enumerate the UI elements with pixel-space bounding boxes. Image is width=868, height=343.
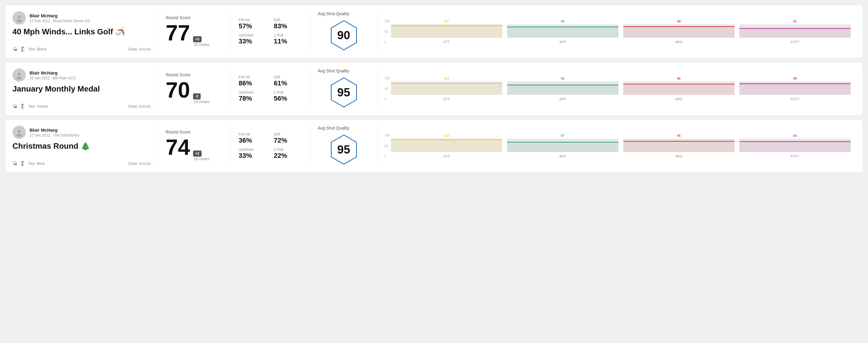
round-card-round2: Blair McHarg 29 Jan 2022 · Mill Ride GCC… — [5, 62, 863, 116]
bag-icon: 🏌 — [20, 161, 26, 166]
updown-value: 33% — [239, 152, 268, 160]
quality-section: Avg Shot Quality 95 — [310, 68, 377, 109]
user-name: Blair McHarg — [30, 70, 76, 75]
left-section: Blair McHarg 27 Dec 2021 · The Oxfordshi… — [12, 126, 158, 166]
weather-icon: 🌤 — [12, 161, 17, 166]
chart-section: 100500 101 OTT 86 APP 96 ARG 99 — [377, 68, 856, 109]
score-badge: +5 — [193, 36, 202, 42]
updown-stat: Up/Down 78% — [239, 90, 268, 102]
quality-label: Avg Shot Quality — [318, 11, 349, 16]
tee-label: Tee: Black — [28, 47, 46, 52]
big-score: 74 — [166, 136, 190, 158]
big-score: 77 — [166, 22, 190, 44]
tee-info: 🌤 🏌 Tee: Blue — [12, 161, 45, 166]
fw-hit-value: 36% — [239, 136, 268, 145]
gir-stat: GIR 83% — [274, 18, 303, 30]
one-putt-label: 1 Putt — [274, 148, 303, 152]
user-details: Blair McHarg 29 Jan 2022 · Mill Ride GCC — [30, 70, 76, 80]
round-score-label: Round Score — [166, 129, 224, 134]
bag-icon: 🏌 — [20, 103, 26, 109]
quality-label: Avg Shot Quality — [318, 68, 349, 73]
footer-info: 🌤 🏌 Tee: Black Data: Arccos — [12, 46, 151, 52]
left-section: Blair McHarg 12 Feb 2022 · Royal North D… — [12, 11, 158, 52]
quality-label: Avg Shot Quality — [318, 126, 349, 130]
user-name: Blair McHarg — [30, 13, 90, 18]
gir-value: 61% — [274, 80, 303, 87]
one-putt-value: 11% — [274, 37, 303, 45]
stats-grid: FW Hit 57% GIR 83% Up/Down 33% 1 Putt 11… — [239, 18, 303, 45]
round-title: January Monthly Medal — [12, 84, 151, 94]
user-info: Blair McHarg 29 Jan 2022 · Mill Ride GCC — [12, 68, 151, 82]
stats-section: FW Hit 36% GIR 72% Up/Down 33% 1 Putt 22… — [231, 126, 310, 166]
svg-point-4 — [17, 76, 22, 80]
chart-section: 100500 107 OTT 95 APP 98 ARG 82 — [377, 11, 856, 52]
fw-hit-value: 57% — [239, 22, 268, 30]
stats-grid: FW Hit 86% GIR 61% Up/Down 78% 1 Putt 56… — [239, 75, 303, 102]
rounds-list: Blair McHarg 12 Feb 2022 · Royal North D… — [5, 5, 863, 173]
score-section: Round Score 70 -2 18 Holes — [158, 68, 231, 109]
bag-icon: 🏌 — [20, 46, 26, 52]
score-badge: -2 — [193, 93, 201, 99]
one-putt-label: 1 Putt — [274, 33, 303, 37]
user-details: Blair McHarg 27 Dec 2021 · The Oxfordshi… — [30, 127, 79, 137]
updown-label: Up/Down — [239, 90, 268, 95]
svg-point-1 — [17, 20, 22, 22]
score-section: Round Score 77 +5 18 Holes — [158, 11, 231, 52]
data-source: Data: Arccos — [128, 104, 151, 108]
avatar — [12, 68, 26, 82]
score-details: -2 18 Holes — [193, 93, 209, 104]
round-score-label: Round Score — [166, 15, 224, 20]
stats-grid: FW Hit 36% GIR 72% Up/Down 33% 1 Putt 22… — [239, 132, 303, 160]
fw-hit-value: 86% — [239, 80, 268, 87]
fw-hit-stat: FW Hit 86% — [239, 75, 268, 87]
svg-point-3 — [18, 73, 21, 76]
fw-hit-label: FW Hit — [239, 132, 268, 136]
one-putt-value: 56% — [274, 95, 303, 102]
hexagon: 95 — [329, 133, 359, 166]
quality-section: Avg Shot Quality 90 — [310, 11, 377, 52]
fw-hit-label: FW Hit — [239, 75, 268, 80]
fw-hit-stat: FW Hit 36% — [239, 132, 268, 145]
holes-label: 18 Holes — [194, 157, 209, 161]
tee-label: Tee: Blue — [28, 161, 45, 166]
one-putt-stat: 1 Putt 56% — [274, 90, 303, 102]
updown-label: Up/Down — [239, 33, 268, 37]
updown-value: 78% — [239, 95, 268, 102]
score-details: +5 18 Holes — [193, 36, 209, 47]
user-meta: 27 Dec 2021 · The Oxfordshire — [30, 133, 79, 137]
hexagon: 95 — [329, 76, 359, 109]
round-title: 40 Mph Winds... Links Golf 🪃 — [12, 27, 151, 36]
gir-label: GIR — [274, 132, 303, 136]
score-row: 77 +5 18 Holes — [166, 22, 224, 47]
tee-info: 🌤 🏌 Tee: Yellow — [12, 103, 48, 109]
tee-info: 🌤 🏌 Tee: Black — [12, 46, 46, 52]
quality-score: 95 — [337, 143, 350, 156]
gir-value: 72% — [274, 136, 303, 145]
holes-label: 18 Holes — [194, 42, 209, 47]
gir-stat: GIR 61% — [274, 75, 303, 87]
quality-score: 90 — [337, 29, 350, 42]
footer-info: 🌤 🏌 Tee: Yellow Data: Arccos — [12, 103, 151, 109]
chart-section: 100500 110 OTT 87 APP 95 ARG 93 — [377, 126, 856, 166]
quality-section: Avg Shot Quality 95 — [310, 126, 377, 166]
score-row: 74 +2 18 Holes — [166, 136, 224, 161]
footer-info: 🌤 🏌 Tee: Blue Data: Arccos — [12, 161, 151, 166]
weather-icon: 🌤 — [12, 104, 17, 109]
hexagon: 90 — [329, 19, 359, 52]
holes-label: 18 Holes — [194, 99, 209, 104]
user-meta: 12 Feb 2022 · Royal North Devon GC — [30, 19, 90, 23]
user-info: Blair McHarg 12 Feb 2022 · Royal North D… — [12, 11, 151, 25]
one-putt-label: 1 Putt — [274, 90, 303, 95]
avatar — [12, 126, 26, 139]
updown-stat: Up/Down 33% — [239, 33, 268, 45]
data-source: Data: Arccos — [128, 161, 151, 166]
gir-label: GIR — [274, 18, 303, 22]
updown-label: Up/Down — [239, 148, 268, 152]
one-putt-stat: 1 Putt 11% — [274, 33, 303, 45]
round-card-round3: Blair McHarg 27 Dec 2021 · The Oxfordshi… — [5, 119, 863, 173]
updown-stat: Up/Down 33% — [239, 148, 268, 160]
tee-label: Tee: Yellow — [28, 104, 48, 108]
weather-icon: 🌤 — [12, 46, 17, 52]
round-card-round1: Blair McHarg 12 Feb 2022 · Royal North D… — [5, 5, 863, 58]
score-section: Round Score 74 +2 18 Holes — [158, 126, 231, 166]
